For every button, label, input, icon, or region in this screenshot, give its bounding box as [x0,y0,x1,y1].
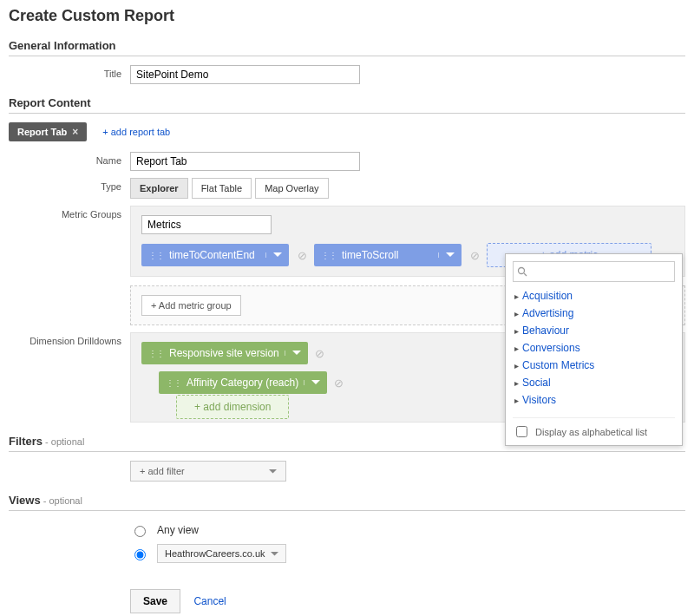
search-icon [517,266,527,277]
arrow-right-icon: ▸ [514,396,519,405]
type-toggle-group: Explorer Flat Table Map Overlay [130,178,329,199]
section-content: Report Content [9,95,685,114]
dimension-pill-label: Responsive site version [169,347,279,359]
metric-pill-timetoscroll[interactable]: ⋮⋮ timeToScroll [314,244,462,266]
remove-dimension-icon[interactable]: ⊘ [334,377,344,390]
metric-category-social[interactable]: ▸Social [513,374,675,391]
chevron-down-icon [271,552,278,556]
svg-point-0 [519,268,525,274]
view-selected-label: HeathrowCareers.co.uk [165,548,265,559]
grip-icon: ⋮⋮ [148,349,164,358]
add-report-tab-link[interactable]: + add report tab [102,127,170,137]
grip-icon: ⋮⋮ [148,251,164,260]
type-map-overlay-button[interactable]: Map Overlay [255,178,328,199]
label-metric-groups: Metric Groups [9,206,130,220]
save-button[interactable]: Save [130,589,180,613]
metric-group-name-input[interactable] [141,215,272,234]
type-flat-table-button[interactable]: Flat Table [192,178,252,199]
metric-picker-popover: ▸Acquisition ▸Advertising ▸Behaviour ▸Co… [505,253,683,446]
metric-pill-label: timeToScroll [342,249,398,261]
view-any-label: Any view [157,524,199,536]
view-selected-radio[interactable] [134,549,146,560]
close-icon[interactable]: × [72,126,78,138]
label-title: Title [9,65,130,79]
metric-category-conversions[interactable]: ▸Conversions [513,339,675,357]
add-filter-button[interactable]: + add filter [130,461,286,482]
alphabetical-checkbox[interactable] [516,426,527,437]
tab-label: Report Tab [17,127,67,137]
metric-search-field[interactable] [513,261,675,282]
metric-search-input[interactable] [527,264,671,279]
alphabetical-label: Display as alphabetical list [535,427,647,437]
arrow-right-icon: ▸ [514,292,519,301]
arrow-right-icon: ▸ [514,378,519,388]
metric-category-acquisition[interactable]: ▸Acquisition [513,287,675,305]
label-name: Name [9,152,130,166]
chevron-down-icon [269,469,277,474]
type-explorer-button[interactable]: Explorer [130,178,188,199]
chevron-down-icon[interactable] [285,351,301,356]
chevron-down-icon[interactable] [438,252,455,258]
add-dimension-button[interactable]: + add dimension [176,395,289,419]
dimension-pill-label: Affinity Category (reach) [187,377,298,389]
label-dimension-drilldowns: Dimension Drilldowns [9,332,130,346]
arrow-right-icon: ▸ [514,309,519,318]
metric-pill-timetocontentend[interactable]: ⋮⋮ timeToContentEnd [141,244,289,266]
add-metric-group-button[interactable]: + Add metric group [141,295,241,316]
name-input[interactable] [130,152,360,171]
tab-report-tab[interactable]: Report Tab × [9,122,87,141]
section-views: Views - optional [9,492,685,511]
arrow-right-icon: ▸ [514,344,519,353]
svg-line-1 [524,273,527,276]
page-title: Create Custom Report [9,7,685,25]
arrow-right-icon: ▸ [514,326,519,336]
metric-category-advertising[interactable]: ▸Advertising [513,305,675,322]
dimension-pill-affinity[interactable]: ⋮⋮ Affinity Category (reach) [159,371,327,394]
remove-dimension-icon[interactable]: ⊘ [315,347,324,360]
cancel-link[interactable]: Cancel [193,595,226,607]
metric-category-behaviour[interactable]: ▸Behaviour [513,322,675,339]
chevron-down-icon[interactable] [304,380,320,385]
view-selector[interactable]: HeathrowCareers.co.uk [157,544,286,563]
metric-category-custom-metrics[interactable]: ▸Custom Metrics [513,357,675,374]
remove-metric-icon[interactable]: ⊘ [298,249,307,262]
remove-metric-icon[interactable]: ⊘ [470,249,480,262]
metric-pill-label: timeToContentEnd [169,249,255,261]
view-any-radio[interactable] [134,526,146,537]
title-input[interactable] [130,65,360,84]
add-filter-label: + add filter [140,466,185,476]
grip-icon: ⋮⋮ [321,251,337,260]
metric-category-visitors[interactable]: ▸Visitors [513,391,675,409]
grip-icon: ⋮⋮ [166,378,181,388]
dimension-pill-responsive[interactable]: ⋮⋮ Responsive site version [141,342,308,364]
label-type: Type [9,178,130,192]
arrow-right-icon: ▸ [514,361,519,370]
chevron-down-icon[interactable] [265,252,282,258]
section-general: General Information [9,37,685,56]
